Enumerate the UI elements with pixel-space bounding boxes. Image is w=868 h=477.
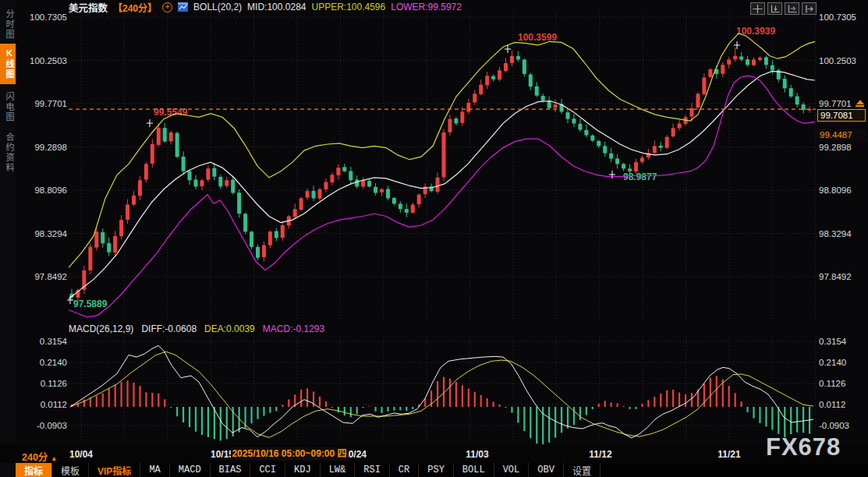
extreme-markers (67, 41, 740, 304)
toolbar-item-settings[interactable]: 设置 (564, 463, 601, 477)
grid-layer (69, 12, 816, 443)
toolbar-item-vol[interactable]: VOL (494, 463, 530, 477)
price-arrow-icon (856, 100, 864, 104)
toolbar-item-bias[interactable]: BIAS (211, 463, 251, 477)
secondary-price-tag: 99.4487 (817, 129, 866, 141)
toolbar-item-ma[interactable]: MA (140, 463, 169, 477)
period-selector[interactable]: 240分 ▲ (22, 449, 58, 464)
indicator-toolbar: 指标模板VIP指标MAMACDBIASCCIKDJLW&RSICRPSYBOLL… (16, 463, 868, 477)
toolbar-item-obv[interactable]: OBV (529, 463, 564, 477)
date-label: 11/03 (466, 449, 488, 460)
date-label: 11/21 (717, 449, 740, 460)
main-chart-canvas[interactable] (0, 0, 868, 477)
date-label: 10/04 (69, 449, 93, 460)
toolbar-item-cci[interactable]: CCI (250, 463, 285, 477)
candles-layer (70, 48, 812, 301)
toolbar-item-psy[interactable]: PSY (419, 463, 454, 477)
app-window: 分时图 K线图 闪电图 合约资料 美元指数 【240分】 + BOLL(20,2… (0, 0, 868, 477)
toolbar-item-lwr[interactable]: LW& (321, 463, 356, 477)
date-label: 11/12 (589, 449, 611, 460)
bar-tooltip: 2025/10/16 05:00~09:00 四 (231, 447, 348, 461)
macd-layer (70, 345, 813, 446)
toolbar-item-cr[interactable]: CR (390, 463, 419, 477)
current-price-tag: 99.7081 (817, 109, 866, 122)
toolbar-item-macd[interactable]: MACD (170, 463, 211, 477)
price-arrow-underline (856, 105, 864, 107)
toolbar-item-boll[interactable]: BOLL (454, 463, 494, 477)
toolbar-item-rsi[interactable]: RSI (355, 463, 390, 477)
toolbar-item-kdj[interactable]: KDJ (285, 463, 321, 477)
toolbar-item-indicators[interactable]: 指标 (16, 463, 52, 477)
watermark: FX678 (766, 433, 841, 461)
toolbar-item-vip-indicators[interactable]: VIP指标 (89, 463, 140, 477)
triangle-up-icon: ▲ (51, 454, 58, 462)
toolbar-item-templates[interactable]: 模板 (52, 463, 89, 477)
